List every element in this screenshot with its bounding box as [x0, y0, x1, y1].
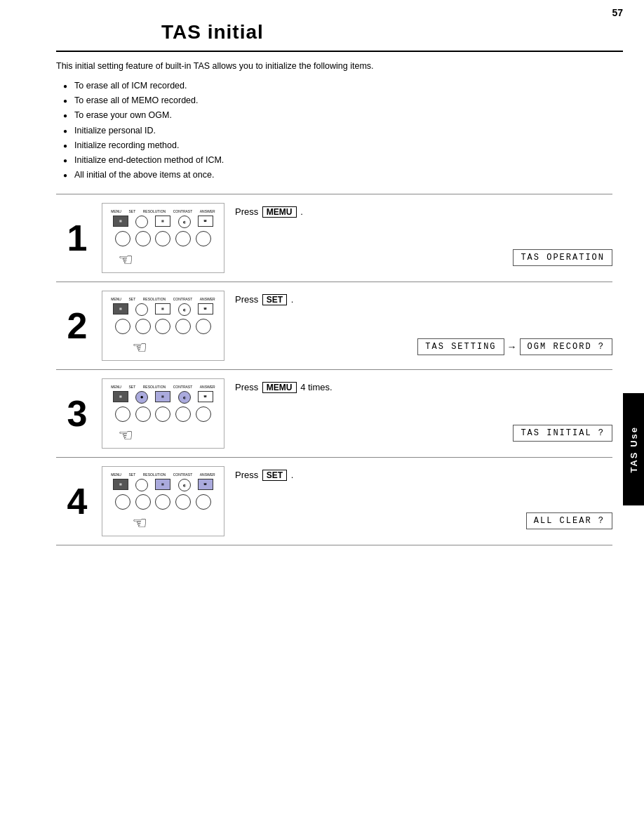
step-4-image: MENU SET RESOLUTION CONTRAST ANSWER ▦ ▦ …: [102, 466, 224, 536]
step-2-row: 2 MENU SET RESOLUTION CONTRAST ANSWER ▦ …: [56, 282, 612, 369]
content-area: This initial setting feature of built-in…: [56, 60, 612, 545]
step-1-key: MEMU: [262, 206, 297, 218]
steps-container: 1 MENU SET RESOLUTION CONTRAST ANSWER ▦ …: [56, 194, 612, 545]
step-2-number: 2: [56, 307, 98, 344]
list-item: To erase all of ICM recorded.: [63, 79, 612, 93]
step-1-display: TAS OPERATION: [513, 249, 612, 266]
step-4-instruction: Press: [235, 470, 258, 480]
list-item: Initialize end-detection method of ICM.: [63, 153, 612, 168]
list-item: To erase all of MEMO recorded.: [63, 93, 612, 108]
step-3-number: 3: [56, 395, 98, 432]
step-1-right: Press MEMU . TAS OPERATION: [224, 203, 612, 273]
step-4-display: ALL CLEAR ?: [526, 512, 612, 529]
step-4-suffix: .: [291, 470, 294, 480]
step-3-right: Press MEMU 4 times. TAS INITIAL ?: [224, 378, 612, 449]
step-3-row: 3 MENU SET RESOLUTION CONTRAST ANSWER ▦ …: [56, 369, 612, 457]
step-4-right: Press SET . ALL CLEAR ?: [224, 466, 612, 536]
step-2-display2: OGM RECORD ?: [520, 338, 612, 355]
sidebar-tab-label: TAS Use: [629, 426, 639, 473]
list-item: All initial of the above items at once.: [63, 168, 612, 183]
step-1-number: 1: [56, 220, 98, 256]
step-3-key: MEMU: [262, 382, 297, 393]
step-2-suffix: .: [291, 294, 294, 305]
step-1-instruction: Press: [235, 206, 258, 217]
step-2-display: TAS SETTING: [417, 338, 504, 355]
intro-text: This initial setting feature of built-in…: [56, 60, 612, 73]
sidebar-tab: TAS Use: [623, 393, 644, 505]
step-1-image: MENU SET RESOLUTION CONTRAST ANSWER ▦ ▦ …: [102, 203, 224, 273]
bullet-list: To erase all of ICM recorded. To erase a…: [63, 79, 612, 183]
list-item: Initialize personal ID.: [63, 124, 612, 138]
title-underline: [56, 51, 623, 52]
step-2-instruction: Press: [235, 294, 258, 305]
step-3-suffix: 4 times.: [300, 382, 333, 392]
step-4-row: 4 MENU SET RESOLUTION CONTRAST ANSWER ▦ …: [56, 457, 612, 545]
step-2-key: SET: [262, 294, 287, 305]
list-item: To erase your own OGM.: [63, 108, 612, 123]
step-3-instruction: Press: [235, 382, 258, 392]
step-4-key: SET: [262, 470, 287, 481]
step-1-suffix: .: [300, 206, 303, 217]
step-2-image: MENU SET RESOLUTION CONTRAST ANSWER ▦ ▦ …: [102, 291, 224, 361]
arrow-icon: →: [507, 341, 517, 352]
step-3-image: MENU SET RESOLUTION CONTRAST ANSWER ▦ ● …: [102, 378, 224, 449]
step-1-row: 1 MENU SET RESOLUTION CONTRAST ANSWER ▦ …: [56, 194, 612, 282]
list-item: Initialize recording method.: [63, 138, 612, 153]
step-3-display: TAS INITIAL ?: [513, 425, 612, 442]
page-number: 57: [612, 7, 623, 18]
step-2-right: Press SET . TAS SETTING → OGM RECORD ?: [224, 291, 612, 361]
page-title: TAS initial: [161, 21, 264, 44]
step-4-number: 4: [56, 483, 98, 519]
